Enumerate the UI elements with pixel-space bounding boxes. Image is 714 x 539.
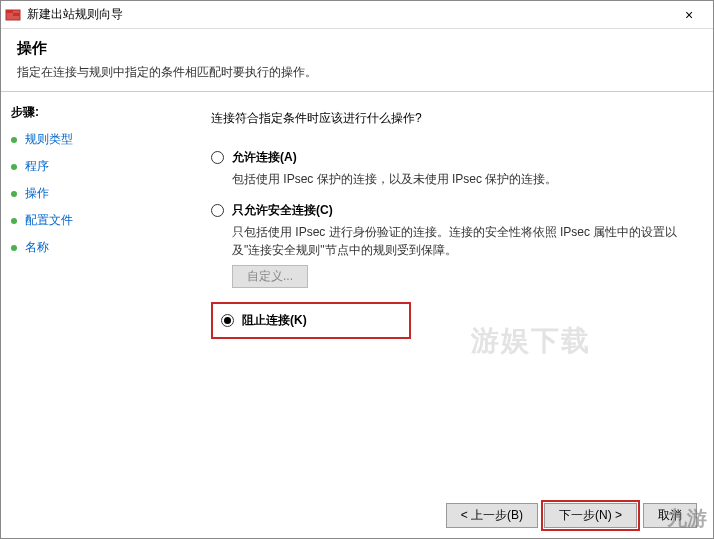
watermark-text: 游娱下载: [471, 322, 591, 360]
option-secure[interactable]: 只允许安全连接(C) 只包括使用 IPsec 进行身份验证的连接。连接的安全性将…: [211, 202, 693, 288]
option-allow-desc: 包括使用 IPsec 保护的连接，以及未使用 IPsec 保护的连接。: [232, 170, 693, 188]
option-block-label: 阻止连接(K): [242, 312, 307, 329]
radio-allow[interactable]: [211, 151, 224, 164]
option-allow[interactable]: 允许连接(A) 包括使用 IPsec 保护的连接，以及未使用 IPsec 保护的…: [211, 149, 693, 188]
next-button[interactable]: 下一步(N) >: [544, 503, 637, 528]
svg-rect-1: [6, 10, 13, 13]
cancel-button[interactable]: 取消: [643, 503, 697, 528]
step-profile[interactable]: 配置文件: [11, 212, 171, 229]
back-button[interactable]: < 上一步(B): [446, 503, 538, 528]
steps-title: 步骤:: [11, 104, 171, 121]
radio-block[interactable]: [221, 314, 234, 327]
step-name[interactable]: 名称: [11, 239, 171, 256]
step-rule-type[interactable]: 规则类型: [11, 131, 171, 148]
content: 连接符合指定条件时应该进行什么操作? 允许连接(A) 包括使用 IPsec 保护…: [181, 92, 713, 502]
bullet-icon: [11, 137, 17, 143]
option-secure-desc: 只包括使用 IPsec 进行身份验证的连接。连接的安全性将依照 IPsec 属性…: [232, 223, 693, 259]
option-secure-label: 只允许安全连接(C): [232, 202, 333, 219]
customize-button: 自定义...: [232, 265, 308, 288]
bullet-icon: [11, 191, 17, 197]
option-allow-label: 允许连接(A): [232, 149, 297, 166]
prompt-text: 连接符合指定条件时应该进行什么操作?: [211, 110, 693, 127]
footer: < 上一步(B) 下一步(N) > 取消: [1, 492, 713, 538]
page-title: 操作: [17, 39, 697, 58]
window-title: 新建出站规则向导: [27, 6, 669, 23]
close-button[interactable]: ×: [669, 1, 709, 28]
svg-rect-2: [13, 13, 20, 16]
bullet-icon: [11, 245, 17, 251]
wizard-window: 新建出站规则向导 × 操作 指定在连接与规则中指定的条件相匹配时要执行的操作。 …: [0, 0, 714, 539]
bullet-icon: [11, 218, 17, 224]
titlebar: 新建出站规则向导 ×: [1, 1, 713, 29]
header: 操作 指定在连接与规则中指定的条件相匹配时要执行的操作。: [1, 29, 713, 87]
bullet-icon: [11, 164, 17, 170]
step-program[interactable]: 程序: [11, 158, 171, 175]
radio-secure[interactable]: [211, 204, 224, 217]
option-block[interactable]: 阻止连接(K): [211, 302, 411, 339]
body: 步骤: 规则类型 程序 操作 配置文件 名称 连接符合指定条件时应该进行什么操作…: [1, 92, 713, 502]
page-subtitle: 指定在连接与规则中指定的条件相匹配时要执行的操作。: [17, 64, 697, 81]
step-action[interactable]: 操作: [11, 185, 171, 202]
firewall-icon: [5, 7, 21, 23]
sidebar: 步骤: 规则类型 程序 操作 配置文件 名称: [1, 92, 181, 502]
